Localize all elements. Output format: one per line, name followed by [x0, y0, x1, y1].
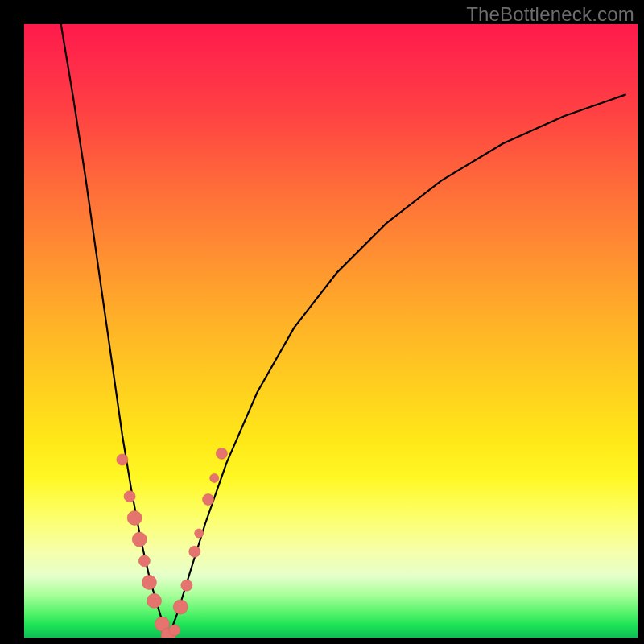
watermark-text: TheBottleneck.com — [466, 3, 634, 26]
left-branch-curve — [61, 24, 168, 638]
data-point — [147, 593, 162, 608]
plot-area — [24, 24, 638, 638]
data-point — [124, 491, 135, 502]
data-point — [169, 625, 180, 636]
data-point — [210, 473, 219, 482]
right-branch-curve — [168, 95, 625, 638]
data-point — [203, 494, 214, 506]
data-point — [189, 546, 200, 557]
data-points-group — [117, 448, 228, 638]
data-point — [142, 575, 156, 589]
data-point — [181, 580, 192, 591]
data-point — [117, 454, 128, 465]
curves-layer — [24, 24, 638, 638]
chart-frame: TheBottleneck.com — [0, 0, 644, 644]
data-point — [216, 448, 227, 459]
data-point — [132, 532, 147, 547]
data-point — [173, 600, 188, 614]
data-point — [195, 529, 204, 538]
data-point — [138, 555, 150, 567]
data-point — [127, 510, 142, 525]
